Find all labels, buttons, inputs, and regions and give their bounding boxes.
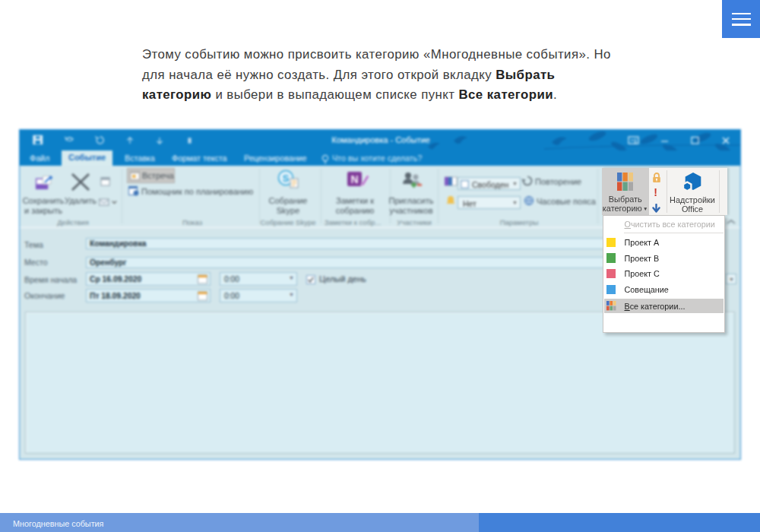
svg-text:S: S bbox=[283, 173, 290, 184]
svg-text:N: N bbox=[350, 173, 358, 185]
